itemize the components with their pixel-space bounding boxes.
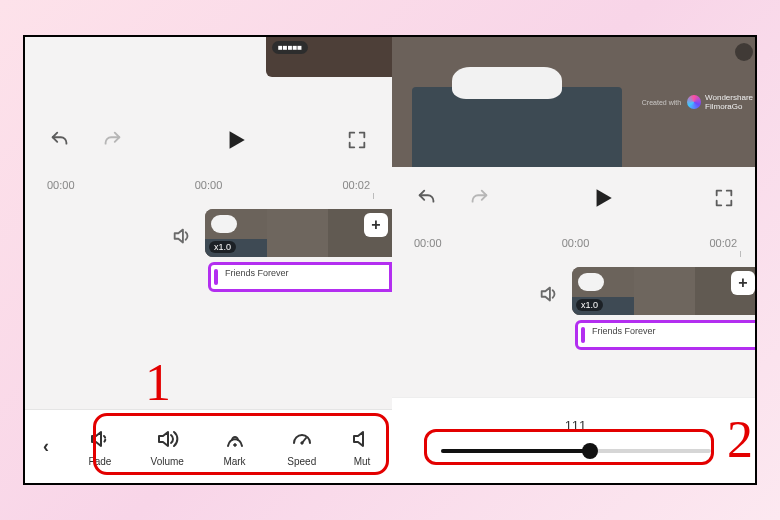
tool-mark[interactable]: Mark [206, 426, 264, 467]
audio-clip-label: Friends Forever [225, 268, 289, 278]
audio-clip[interactable]: Friends Forever [208, 262, 392, 292]
time-end: 00:02 [687, 237, 737, 249]
preview-badge: ■■■■■ [272, 41, 308, 54]
add-clip-button[interactable]: + [731, 271, 755, 295]
time-mid: 00:00 [184, 179, 234, 191]
svg-point-1 [301, 442, 303, 444]
filmorago-logo-icon [687, 95, 701, 109]
add-clip-button[interactable]: + [364, 213, 388, 237]
annotation-step-2: 2 [727, 410, 753, 469]
undo-button[interactable] [414, 185, 440, 211]
redo-button[interactable] [466, 185, 492, 211]
track-volume-icon[interactable] [165, 219, 199, 253]
toolbar-back-button[interactable]: ‹ [25, 436, 67, 457]
tool-label: Mut [354, 456, 371, 467]
audio-clip-handle[interactable] [581, 327, 585, 343]
undo-button[interactable] [47, 127, 73, 153]
transport-bar [392, 185, 757, 211]
time-start: 00:00 [414, 237, 464, 249]
preview-crop-left: ■■■■■ [266, 37, 392, 77]
tool-mute[interactable]: Mut [340, 426, 384, 467]
timeline-ruler: 00:00 00:00 00:02 [25, 179, 392, 191]
fullscreen-button[interactable] [711, 185, 737, 211]
clip-speed-tag: x1.0 [576, 299, 603, 311]
volume-slider[interactable] [441, 439, 711, 463]
time-start: 00:00 [47, 179, 97, 191]
volume-icon [154, 426, 180, 452]
tool-speed[interactable]: Speed [273, 426, 331, 467]
video-clip[interactable]: + x1.0 [572, 267, 757, 315]
fade-icon [87, 426, 113, 452]
timeline-clips: + x1.0 Friends Forever [25, 209, 392, 329]
time-mid: 00:00 [551, 237, 601, 249]
slider-fill [441, 449, 591, 453]
audio-clip-handle[interactable] [214, 269, 218, 285]
close-icon[interactable] [735, 43, 753, 61]
fullscreen-button[interactable] [344, 127, 370, 153]
app-watermark: Created with Wondershare FilmoraGo [642, 93, 753, 111]
track-volume-icon[interactable] [532, 277, 566, 311]
tool-volume[interactable]: Volume [138, 426, 196, 467]
volume-slider-panel: 111 [392, 397, 757, 483]
svg-point-0 [233, 444, 236, 447]
transport-bar [25, 127, 392, 153]
mark-icon [222, 426, 248, 452]
audio-clip-label: Friends Forever [592, 326, 656, 336]
audio-tool-toolbar: ‹ Fade Volume [25, 409, 392, 483]
play-button[interactable] [222, 127, 248, 153]
timeline-clips: + x1.0 Friends Forever [392, 267, 757, 387]
clip-speed-tag: x1.0 [209, 241, 236, 253]
video-clip[interactable]: + x1.0 [205, 209, 392, 257]
tool-label: Volume [151, 456, 184, 467]
screenshot-step-2: Created with Wondershare FilmoraGo [392, 37, 757, 483]
slider-thumb[interactable] [582, 443, 598, 459]
screenshot-step-1: ■■■■■ 00:00 00:00 [25, 37, 392, 483]
speed-icon [289, 426, 315, 452]
tool-fade[interactable]: Fade [71, 426, 129, 467]
video-preview[interactable]: Created with Wondershare FilmoraGo [392, 37, 757, 167]
tool-label: Speed [287, 456, 316, 467]
play-button[interactable] [589, 185, 615, 211]
redo-button[interactable] [99, 127, 125, 153]
tool-label: Fade [89, 456, 112, 467]
audio-clip[interactable]: Friends Forever [575, 320, 757, 350]
tool-label: Mark [223, 456, 245, 467]
tutorial-frame: ■■■■■ 00:00 00:00 [23, 35, 757, 485]
annotation-step-1: 1 [145, 353, 171, 412]
timeline-ruler: 00:00 00:00 00:02 [392, 237, 757, 249]
mute-icon [349, 426, 375, 452]
time-end: 00:02 [320, 179, 370, 191]
slider-value-label: 111 [565, 418, 587, 433]
